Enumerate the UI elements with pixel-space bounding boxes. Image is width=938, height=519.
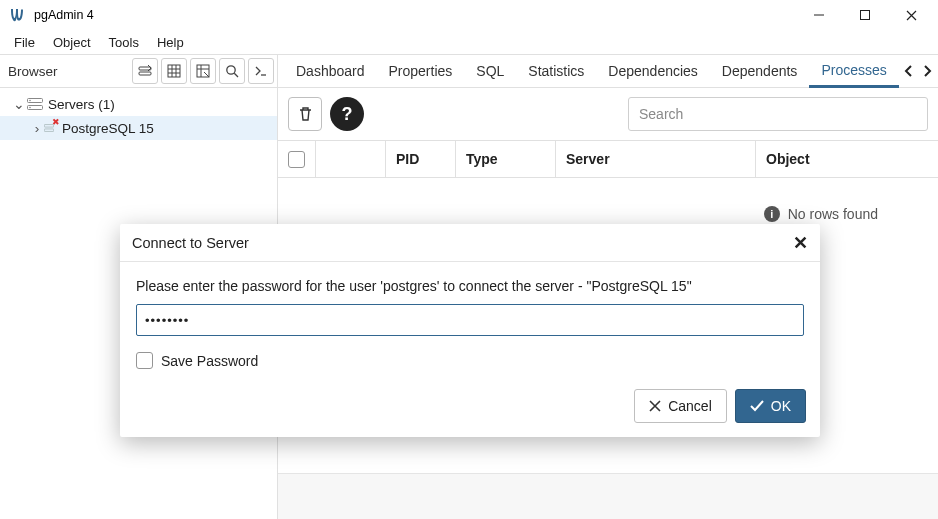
- window-title: pgAdmin 4: [34, 8, 796, 22]
- ok-button[interactable]: OK: [735, 389, 806, 423]
- dialog-close-icon[interactable]: ✕: [793, 232, 808, 254]
- menu-file[interactable]: File: [6, 33, 43, 52]
- title-bar: pgAdmin 4: [0, 0, 938, 30]
- close-window-button[interactable]: [888, 0, 934, 30]
- save-password-checkbox[interactable]: [136, 352, 153, 369]
- menu-help[interactable]: Help: [149, 33, 192, 52]
- dialog-title: Connect to Server: [132, 235, 793, 251]
- maximize-button[interactable]: [842, 0, 888, 30]
- cancel-button[interactable]: Cancel: [634, 389, 727, 423]
- cancel-label: Cancel: [668, 398, 712, 414]
- window-controls: [796, 0, 934, 30]
- app-logo-icon: [8, 6, 26, 24]
- minimize-button[interactable]: [796, 0, 842, 30]
- menu-object[interactable]: Object: [45, 33, 99, 52]
- dialog-message: Please enter the password for the user '…: [136, 278, 804, 294]
- close-icon: [649, 400, 661, 412]
- password-input[interactable]: [136, 304, 804, 336]
- menu-tools[interactable]: Tools: [101, 33, 147, 52]
- menu-bar: File Object Tools Help: [0, 30, 938, 54]
- save-password-label: Save Password: [161, 353, 258, 369]
- ok-label: OK: [771, 398, 791, 414]
- check-icon: [750, 400, 764, 412]
- connect-server-dialog: Connect to Server ✕ Please enter the pas…: [120, 224, 820, 437]
- svg-rect-0: [861, 11, 870, 20]
- modal-backdrop: Connect to Server ✕ Please enter the pas…: [0, 54, 938, 519]
